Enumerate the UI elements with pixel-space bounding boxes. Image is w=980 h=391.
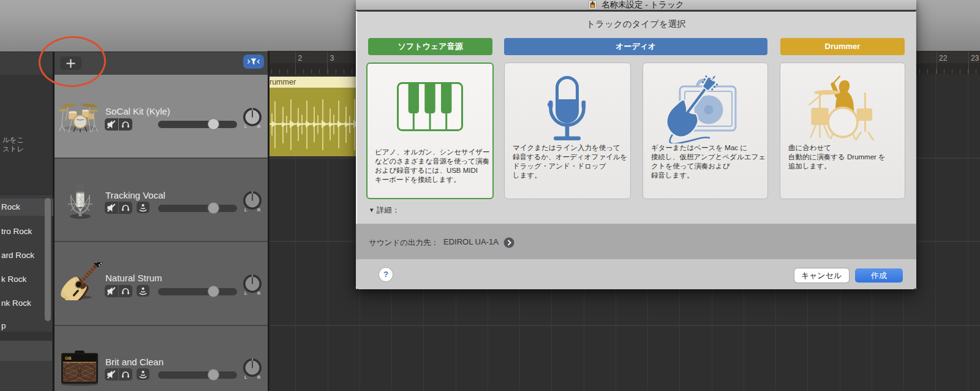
svg-text:L: L xyxy=(244,124,247,129)
svg-text:L: L xyxy=(244,374,247,379)
svg-text:GB: GB xyxy=(65,356,72,360)
svg-text:R: R xyxy=(257,207,261,213)
svg-text:L: L xyxy=(244,207,247,213)
svg-text:R: R xyxy=(257,124,261,129)
svg-text:R: R xyxy=(257,290,261,296)
svg-text:L: L xyxy=(244,290,247,296)
svg-text:R: R xyxy=(257,374,261,379)
